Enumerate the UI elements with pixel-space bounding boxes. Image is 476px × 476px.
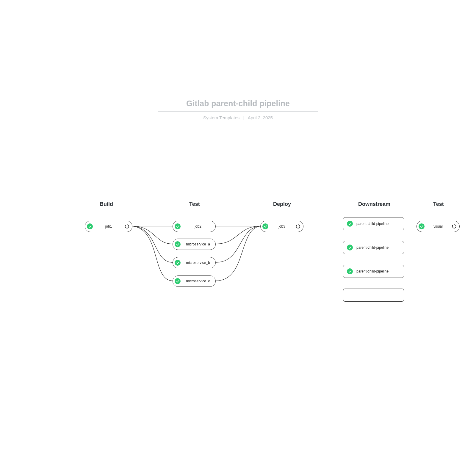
check-icon bbox=[175, 260, 181, 266]
job-label: microservice_b bbox=[183, 261, 213, 265]
stage-header-downstream: Downstream bbox=[358, 201, 390, 207]
stage-header-test: Test bbox=[189, 201, 200, 207]
diagram-title: Gitlab parent-child pipeline bbox=[158, 99, 318, 112]
pipeline-diagram: Build Test Deploy Downstream Test job1 j… bbox=[77, 196, 476, 321]
job-node-microservice-a[interactable]: microservice_a bbox=[173, 239, 216, 250]
stage-header-deploy: Deploy bbox=[273, 201, 291, 207]
job-node-microservice-c[interactable]: microservice_c bbox=[173, 275, 216, 287]
downstream-card-1[interactable]: parent-child-pipeline bbox=[343, 217, 404, 230]
subtitle-divider: | bbox=[243, 115, 244, 120]
job-node-job3[interactable]: job3 bbox=[260, 221, 303, 232]
retry-icon[interactable] bbox=[124, 224, 130, 229]
downstream-label: parent-child-pipeline bbox=[356, 269, 389, 273]
check-icon bbox=[87, 223, 93, 229]
template-date: April 2, 2025 bbox=[248, 115, 273, 120]
check-icon bbox=[347, 221, 353, 227]
retry-icon[interactable] bbox=[452, 224, 457, 229]
job-label: microservice_c bbox=[183, 279, 213, 283]
connector-lines bbox=[77, 196, 476, 321]
check-icon bbox=[347, 268, 353, 274]
check-icon bbox=[175, 223, 181, 229]
job-node-microservice-b[interactable]: microservice_b bbox=[173, 257, 216, 268]
job-node-visual[interactable]: visual bbox=[416, 221, 460, 232]
downstream-card-2[interactable]: parent-child-pipeline bbox=[343, 241, 404, 254]
check-icon bbox=[347, 245, 353, 250]
job-node-job1[interactable]: job1 bbox=[85, 221, 132, 232]
downstream-card-4[interactable] bbox=[343, 289, 404, 302]
template-source: System Templates bbox=[203, 115, 239, 120]
diagram-subtitle: System Templates | April 2, 2025 bbox=[158, 115, 318, 120]
check-icon bbox=[175, 241, 181, 247]
job-label: visual bbox=[427, 224, 449, 228]
check-icon bbox=[262, 223, 268, 229]
stage-header-test2: Test bbox=[433, 201, 444, 207]
diagram-header: Gitlab parent-child pipeline System Temp… bbox=[158, 99, 318, 120]
job-label: job2 bbox=[183, 224, 213, 228]
downstream-label: parent-child-pipeline bbox=[356, 245, 389, 250]
check-icon bbox=[419, 223, 425, 229]
retry-icon[interactable] bbox=[295, 224, 301, 229]
downstream-label: parent-child-pipeline bbox=[356, 222, 389, 226]
downstream-card-3[interactable]: parent-child-pipeline bbox=[343, 265, 404, 278]
job-label: microservice_a bbox=[183, 242, 213, 246]
check-icon bbox=[175, 278, 181, 284]
stage-header-build: Build bbox=[100, 201, 113, 207]
job-node-job2[interactable]: job2 bbox=[173, 221, 216, 232]
job-label: job3 bbox=[271, 224, 293, 228]
job-label: job1 bbox=[95, 224, 122, 228]
